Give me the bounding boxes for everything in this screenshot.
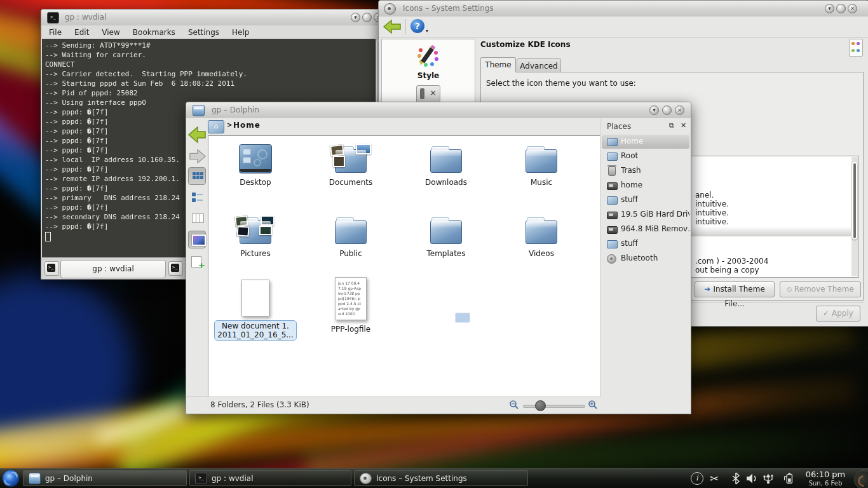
dolphin-titlebar[interactable]: gp – Dolphin ▾ ×	[186, 102, 691, 119]
hard-drive-icon	[607, 182, 618, 190]
launcher-icon[interactable]	[2, 470, 20, 487]
forward-icon[interactable]	[189, 148, 207, 165]
sidebar-item-style[interactable]: Style	[382, 46, 475, 80]
clipboard-scissors-icon[interactable]: ✂	[710, 472, 724, 485]
menu-settings[interactable]: Settings	[188, 28, 219, 37]
panel-toolbox-icon[interactable]	[854, 470, 868, 488]
task-terminal[interactable]: >_ gp : wvdial	[189, 470, 351, 486]
zoom-slider-track[interactable]	[523, 405, 585, 408]
file-tile-desktop[interactable]: Desktop	[214, 141, 297, 187]
terminal-menubar: File Edit View Bookmarks Settings Help	[41, 25, 382, 39]
close-panel-icon[interactable]: ✕	[681, 121, 686, 130]
tab-list-button[interactable]: >_	[168, 261, 183, 276]
task-dolphin[interactable]: gp – Dolphin	[23, 470, 187, 486]
terminal-line: --> Sending: ATDT*99***1#	[45, 41, 381, 50]
info-icon[interactable]: i	[691, 472, 703, 485]
clock[interactable]: 06:10 pm Sun, 6 Feb	[801, 470, 850, 487]
drag-ghost-icon	[455, 313, 470, 323]
file-tile-pictures[interactable]: Pictures	[214, 212, 297, 258]
install-theme-button[interactable]: ➜ Install Theme File...	[695, 281, 775, 297]
settings-titlebar[interactable]: Icons – System Settings ▾ ×	[379, 1, 868, 17]
file-tile-documents[interactable]: Documents	[309, 141, 392, 187]
file-tile-templates[interactable]: Templates	[405, 212, 487, 258]
file-tile-public[interactable]: Public	[309, 212, 392, 258]
split-view-button[interactable]	[188, 252, 206, 270]
place-home-partition[interactable]: home	[602, 179, 689, 193]
instruction-text: Select the icon theme you want to use:	[486, 79, 636, 88]
place-stuff[interactable]: stuff	[602, 193, 689, 207]
icons-view-button[interactable]	[188, 167, 206, 185]
maximize-button[interactable]	[836, 4, 846, 13]
place-stuff-2[interactable]: stuff	[602, 237, 689, 251]
minimize-button[interactable]: ▾	[649, 105, 659, 115]
back-icon[interactable]	[383, 18, 402, 35]
terminal-window-title: gp : wvdial	[65, 13, 106, 22]
help-icon[interactable]: ?	[410, 19, 424, 33]
place-removable-drive[interactable]: 964.8 MiB Remov…	[602, 222, 689, 236]
home-folder-icon[interactable]: ⌂	[208, 120, 224, 133]
new-tab-button[interactable]: >_	[44, 261, 59, 276]
theme-list-scrollbar[interactable]	[851, 157, 858, 276]
file-tile-music[interactable]: Music	[500, 141, 583, 187]
minimize-button[interactable]: ▾	[351, 13, 360, 22]
dolphin-toolbar	[186, 125, 208, 397]
minimize-button[interactable]: ▾	[825, 4, 834, 13]
breadcrumb-home[interactable]: Home	[233, 121, 261, 130]
maximize-button[interactable]	[362, 13, 372, 22]
icons-view-icon	[193, 172, 203, 179]
terminal-line: --> Starting pppd at Sun Feb 6 18:08:22 …	[45, 79, 381, 88]
menu-view[interactable]: View	[102, 28, 119, 37]
page-title: Customize KDE Icons	[480, 40, 571, 49]
menu-edit[interactable]: Edit	[74, 28, 89, 37]
icon-preview-grid	[849, 39, 863, 57]
style-icon	[417, 46, 439, 67]
place-hard-drive[interactable]: 19.5 GiB Hard Drive	[602, 208, 689, 222]
tab-theme[interactable]: Theme	[480, 57, 516, 72]
zoom-in-icon[interactable]	[588, 400, 598, 410]
place-root[interactable]: Root	[602, 149, 689, 163]
back-icon[interactable]	[187, 125, 207, 144]
place-bluetooth[interactable]: Bluetooth	[602, 252, 689, 266]
file-tile-downloads[interactable]: Downloads	[405, 141, 487, 187]
apply-button[interactable]: ✓ Apply	[816, 306, 860, 322]
chevron-down-icon[interactable]: ▾	[426, 28, 428, 34]
breadcrumb: ⌂ > Home	[186, 118, 600, 135]
zoom-out-icon[interactable]	[509, 400, 519, 410]
zoom-slider-handle[interactable]	[535, 400, 546, 411]
menu-help[interactable]: Help	[232, 28, 249, 37]
maximize-button[interactable]	[662, 105, 672, 115]
bluetooth-icon[interactable]	[729, 472, 743, 485]
theme-list-item-fragment: intuitive.	[695, 217, 729, 226]
import-arrow-icon: ➜	[704, 285, 713, 294]
folder-icon	[526, 149, 557, 173]
menu-file[interactable]: File	[49, 28, 62, 37]
terminal-tab[interactable]: gp : wvdial	[60, 260, 166, 278]
columns-view-button[interactable]	[188, 209, 206, 227]
folder-view[interactable]: Desktop Documents Downloads Music	[208, 135, 600, 397]
folder-icon	[240, 220, 271, 244]
details-view-button[interactable]	[188, 189, 206, 207]
file-tile-new-document[interactable]: New document 1. 2011_01_20_16_5...	[214, 278, 297, 341]
taskbar: gp – Dolphin >_ gp : wvdial Icons – Syst…	[0, 468, 868, 488]
workspace-tools-icon[interactable]	[416, 85, 440, 103]
place-trash[interactable]: Trash	[602, 164, 689, 178]
terminal-titlebar[interactable]: >_ gp : wvdial ▾ ×	[41, 10, 382, 26]
settings-window-title: Icons – System Settings	[403, 4, 494, 13]
battery-icon[interactable]	[782, 472, 796, 485]
preview-toggle-button[interactable]	[188, 231, 206, 248]
menu-bookmarks[interactable]: Bookmarks	[133, 28, 175, 37]
split-icon	[191, 256, 201, 268]
place-home[interactable]: Home	[602, 135, 689, 149]
close-icon[interactable]: ×	[848, 4, 857, 13]
task-system-settings[interactable]: Icons – System Settings	[354, 470, 528, 486]
close-icon[interactable]: ×	[675, 105, 684, 115]
usb-device-icon[interactable]	[761, 472, 775, 485]
remove-theme-button[interactable]: ⦸ Remove Theme	[780, 281, 861, 297]
file-tile-ppp-logfile[interactable]: Jan 17 09:4 7:18 gp-Asp ire-5738 pp pd[1…	[309, 276, 392, 334]
tab-advanced[interactable]: Advanced	[517, 58, 561, 72]
volume-icon[interactable]	[745, 472, 759, 485]
file-tile-videos[interactable]: Videos	[500, 212, 583, 258]
places-panel-title: Places	[607, 122, 631, 131]
float-panel-icon[interactable]: ⧉	[669, 121, 674, 130]
theme-list-item-fragment: anel.	[695, 191, 714, 200]
